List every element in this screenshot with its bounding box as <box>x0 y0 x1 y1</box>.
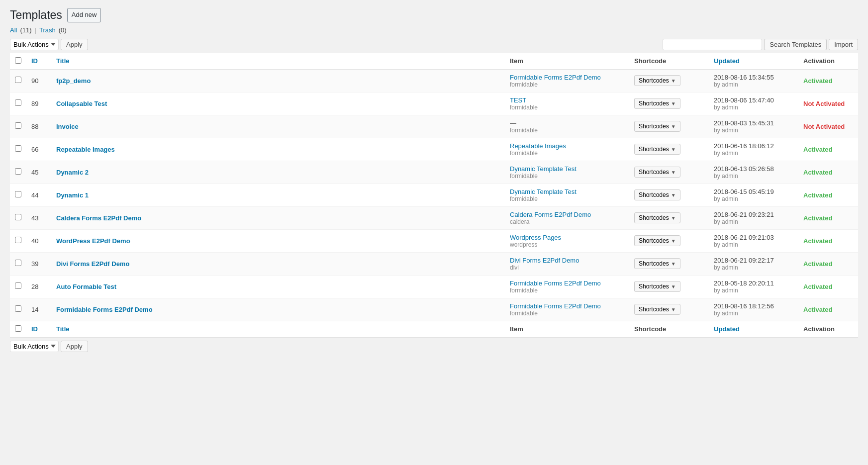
shortcodes-button[interactable]: Shortcodes ▼ <box>634 167 680 178</box>
item-name-link[interactable]: Dynamic Template Test <box>510 188 577 195</box>
row-activation: Activated <box>798 252 858 275</box>
search-input[interactable] <box>663 39 762 50</box>
shortcodes-button[interactable]: Shortcodes ▼ <box>634 98 680 109</box>
row-id: 39 <box>26 252 51 275</box>
shortcodes-button[interactable]: Shortcodes ▼ <box>634 121 680 132</box>
item-name-link[interactable]: Repeatable Images <box>510 142 566 150</box>
item-name-link[interactable]: Dynamic Template Test <box>510 165 577 173</box>
template-title-link[interactable]: WordPress E2Pdf Demo <box>56 237 130 245</box>
activation-link[interactable]: Activated <box>803 283 833 290</box>
item-name-link[interactable]: Formidable Forms E2Pdf Demo <box>510 74 601 81</box>
shortcodes-button[interactable]: Shortcodes ▼ <box>634 144 680 155</box>
row-checkbox[interactable] <box>15 214 21 220</box>
apply-button-top[interactable]: Apply <box>61 39 88 50</box>
header-updated[interactable]: Updated <box>709 53 798 70</box>
template-title-link[interactable]: Collapsable Test <box>56 100 107 107</box>
row-item: Repeatable Images formidable <box>505 138 629 161</box>
shortcodes-label: Shortcodes <box>639 191 669 198</box>
header-title[interactable]: Title <box>51 53 505 70</box>
item-name-link[interactable]: Formidable Forms E2Pdf Demo <box>510 279 601 287</box>
select-all-checkbox-bottom[interactable] <box>15 325 21 332</box>
row-checkbox[interactable] <box>15 191 21 197</box>
table-row: 39 Divi Forms E2Pdf Demo Divi Forms E2Pd… <box>10 252 858 275</box>
row-checkbox[interactable] <box>15 282 21 289</box>
shortcodes-button[interactable]: Shortcodes ▼ <box>634 235 680 246</box>
updated-by: by admin <box>714 241 793 248</box>
activation-link[interactable]: Activated <box>803 306 833 313</box>
shortcodes-button[interactable]: Shortcodes ▼ <box>634 189 680 200</box>
table-row: 28 Auto Formable Test Formidable Forms E… <box>10 275 858 298</box>
shortcodes-label: Shortcodes <box>639 260 669 267</box>
item-name-link[interactable]: Wordpress Pages <box>510 234 561 241</box>
row-checkbox[interactable] <box>15 260 21 266</box>
shortcodes-button[interactable]: Shortcodes ▼ <box>634 212 680 223</box>
search-templates-button[interactable]: Search Templates <box>764 39 827 50</box>
shortcodes-button[interactable]: Shortcodes ▼ <box>634 75 680 86</box>
template-title-link[interactable]: Dynamic 2 <box>56 169 89 176</box>
item-name-dash: — <box>510 119 516 127</box>
activation-link[interactable]: Activated <box>803 260 833 268</box>
item-name-link[interactable]: Divi Forms E2Pdf Demo <box>510 257 579 264</box>
row-checkbox[interactable] <box>15 122 21 129</box>
add-new-button[interactable]: Add new <box>67 8 101 22</box>
template-title-link[interactable]: Formidable Forms E2Pdf Demo <box>56 306 153 313</box>
row-shortcode: Shortcodes ▼ <box>629 206 709 229</box>
shortcodes-button[interactable]: Shortcodes ▼ <box>634 281 680 292</box>
row-id: 90 <box>26 69 51 92</box>
all-filter-link[interactable]: All <box>10 26 17 34</box>
item-name-link[interactable]: Formidable Forms E2Pdf Demo <box>510 302 601 310</box>
updated-by: by admin <box>714 287 793 294</box>
row-id: 66 <box>26 138 51 161</box>
updated-date: 2018-06-15 05:45:19 <box>714 188 774 195</box>
activation-link[interactable]: Activated <box>803 169 833 176</box>
footer-updated[interactable]: Updated <box>709 321 798 337</box>
shortcodes-button[interactable]: Shortcodes ▼ <box>634 258 680 269</box>
header-item: Item <box>505 53 629 70</box>
shortcodes-label: Shortcodes <box>639 77 669 84</box>
activation-link[interactable]: Not Activated <box>803 123 845 130</box>
template-title-link[interactable]: Divi Forms E2Pdf Demo <box>56 260 129 268</box>
bulk-actions-select-top[interactable]: Bulk Actions Delete <box>10 39 59 50</box>
row-checkbox-cell <box>10 206 26 229</box>
row-checkbox[interactable] <box>15 145 21 152</box>
template-title-link[interactable]: fp2p_demo <box>56 77 91 85</box>
row-checkbox[interactable] <box>15 77 21 83</box>
shortcodes-dropdown-icon: ▼ <box>671 261 676 267</box>
template-title-link[interactable]: Repeatable Images <box>56 146 115 153</box>
row-checkbox[interactable] <box>15 237 21 243</box>
footer-title[interactable]: Title <box>51 321 505 337</box>
template-title-link[interactable]: Auto Formable Test <box>56 283 116 290</box>
select-all-checkbox-top[interactable] <box>15 57 21 64</box>
subsubsub-nav: All (11) | Trash (0) <box>10 26 858 34</box>
item-name-link[interactable]: TEST <box>510 96 526 104</box>
activation-link[interactable]: Activated <box>803 146 833 153</box>
activation-link[interactable]: Not Activated <box>803 100 845 107</box>
row-checkbox-cell <box>10 69 26 92</box>
activation-link[interactable]: Activated <box>803 77 833 85</box>
template-title-link[interactable]: Caldera Forms E2Pdf Demo <box>56 214 141 222</box>
row-item: Divi Forms E2Pdf Demo divi <box>505 252 629 275</box>
trash-filter-link[interactable]: Trash <box>39 26 56 34</box>
row-checkbox[interactable] <box>15 305 21 312</box>
apply-button-bottom[interactable]: Apply <box>61 341 88 352</box>
shortcodes-button[interactable]: Shortcodes ▼ <box>634 304 680 315</box>
activation-link[interactable]: Activated <box>803 191 833 199</box>
item-name-link[interactable]: Caldera Forms E2Pdf Demo <box>510 211 591 218</box>
activation-link[interactable]: Activated <box>803 237 833 245</box>
updated-date: 2018-08-16 15:34:55 <box>714 74 774 81</box>
row-shortcode: Shortcodes ▼ <box>629 161 709 184</box>
row-checkbox[interactable] <box>15 168 21 175</box>
row-id: 89 <box>26 92 51 115</box>
row-checkbox[interactable] <box>15 99 21 106</box>
footer-id[interactable]: ID <box>26 321 51 337</box>
template-title-link[interactable]: Dynamic 1 <box>56 191 89 199</box>
updated-date: 2018-08-06 15:47:40 <box>714 96 774 104</box>
shortcodes-label: Shortcodes <box>639 169 669 176</box>
shortcodes-dropdown-icon: ▼ <box>671 101 676 106</box>
bulk-actions-select-bottom[interactable]: Bulk Actions Delete <box>10 341 59 352</box>
import-button[interactable]: Import <box>829 39 858 50</box>
row-title: Dynamic 1 <box>51 184 505 206</box>
header-id[interactable]: ID <box>26 53 51 70</box>
activation-link[interactable]: Activated <box>803 214 833 222</box>
template-title-link[interactable]: Invoice <box>56 123 79 130</box>
